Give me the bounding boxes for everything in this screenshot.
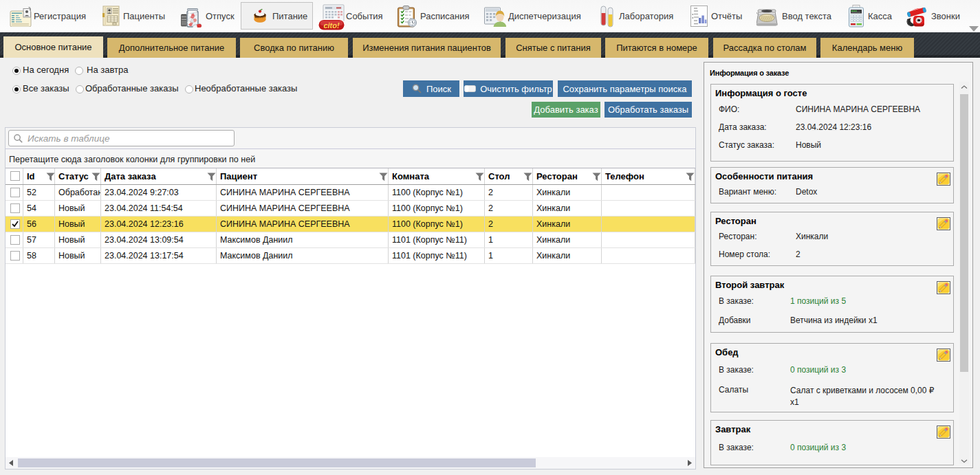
svg-text:cito!: cito! xyxy=(323,21,340,29)
